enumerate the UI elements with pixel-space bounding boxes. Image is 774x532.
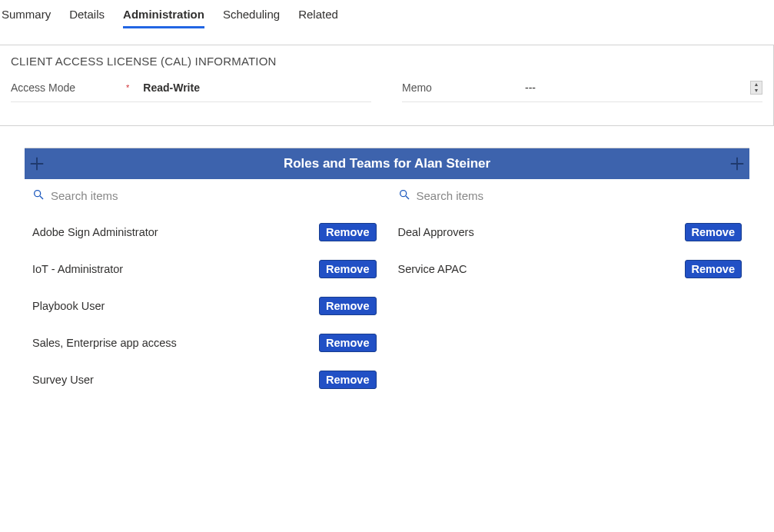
stepper-down-icon[interactable]: ▼ <box>751 88 762 94</box>
list-item: IoT - AdministratorRemove <box>29 251 380 288</box>
list-item-label: Adobe Sign Administrator <box>32 226 158 238</box>
tab-administration[interactable]: Administration <box>123 5 204 28</box>
list-item-label: IoT - Administrator <box>32 263 123 275</box>
tab-related[interactable]: Related <box>298 5 338 28</box>
roles-search-input[interactable] <box>51 189 377 202</box>
list-item: Survey UserRemove <box>29 361 380 398</box>
list-item-label: Playbook User <box>32 300 105 312</box>
memo-field[interactable]: Memo --- ▲ ▼ <box>402 81 762 102</box>
memo-label: Memo <box>402 81 517 94</box>
access-mode-value: Read-Write <box>143 81 371 94</box>
roles-search-row <box>29 185 380 214</box>
tab-details[interactable]: Details <box>69 5 105 28</box>
remove-button[interactable]: Remove <box>319 223 376 241</box>
list-item-label: Deal Approvers <box>398 226 474 238</box>
memo-value: --- <box>517 81 762 94</box>
tab-scheduling[interactable]: Scheduling <box>223 5 280 28</box>
memo-stepper[interactable]: ▲ ▼ <box>750 81 762 95</box>
remove-button[interactable]: Remove <box>319 260 376 278</box>
search-icon <box>398 188 410 203</box>
teams-search-input[interactable] <box>417 189 742 202</box>
roles-column: Adobe Sign AdministratorRemoveIoT - Admi… <box>29 185 380 398</box>
list-item: Sales, Enterprise app accessRemove <box>29 324 380 361</box>
roles-teams-title: Roles and Teams for Alan Steiner <box>49 156 725 171</box>
plus-icon <box>729 155 746 172</box>
remove-button[interactable]: Remove <box>319 297 376 315</box>
list-item: Deal ApproversRemove <box>395 214 746 251</box>
remove-button[interactable]: Remove <box>685 223 742 241</box>
svg-line-3 <box>406 196 409 199</box>
teams-column: Deal ApproversRemoveService APACRemove <box>395 185 746 398</box>
list-item: Playbook UserRemove <box>29 288 380 324</box>
cal-section-title: CLIENT ACCESS LICENSE (CAL) INFORMATION <box>11 55 762 68</box>
roles-teams-header: Roles and Teams for Alan Steiner <box>25 148 749 179</box>
list-item-label: Survey User <box>32 374 94 386</box>
tab-summary[interactable]: Summary <box>2 5 51 28</box>
svg-line-1 <box>40 196 43 199</box>
cal-section: CLIENT ACCESS LICENSE (CAL) INFORMATION … <box>0 45 774 126</box>
required-indicator-icon: * <box>126 83 129 92</box>
list-item-label: Sales, Enterprise app access <box>32 337 177 349</box>
add-team-button[interactable] <box>725 148 749 179</box>
stepper-up-icon[interactable]: ▲ <box>751 81 762 88</box>
list-item: Adobe Sign AdministratorRemove <box>29 214 380 251</box>
remove-button[interactable]: Remove <box>319 371 376 389</box>
roles-teams-section: Roles and Teams for Alan Steiner Adobe S… <box>25 148 749 404</box>
access-mode-label: Access Mode <box>11 81 126 94</box>
svg-point-2 <box>400 191 406 197</box>
plus-icon <box>28 155 45 172</box>
teams-search-row <box>395 185 746 214</box>
remove-button[interactable]: Remove <box>319 334 376 352</box>
access-mode-field[interactable]: Access Mode * Read-Write <box>11 81 371 102</box>
remove-button[interactable]: Remove <box>685 260 742 278</box>
svg-point-0 <box>35 191 41 197</box>
add-role-button[interactable] <box>25 148 49 179</box>
tab-bar: Summary Details Administration Schedulin… <box>0 0 774 29</box>
list-item: Service APACRemove <box>395 251 746 288</box>
search-icon <box>32 188 45 203</box>
list-item-label: Service APAC <box>398 263 467 275</box>
